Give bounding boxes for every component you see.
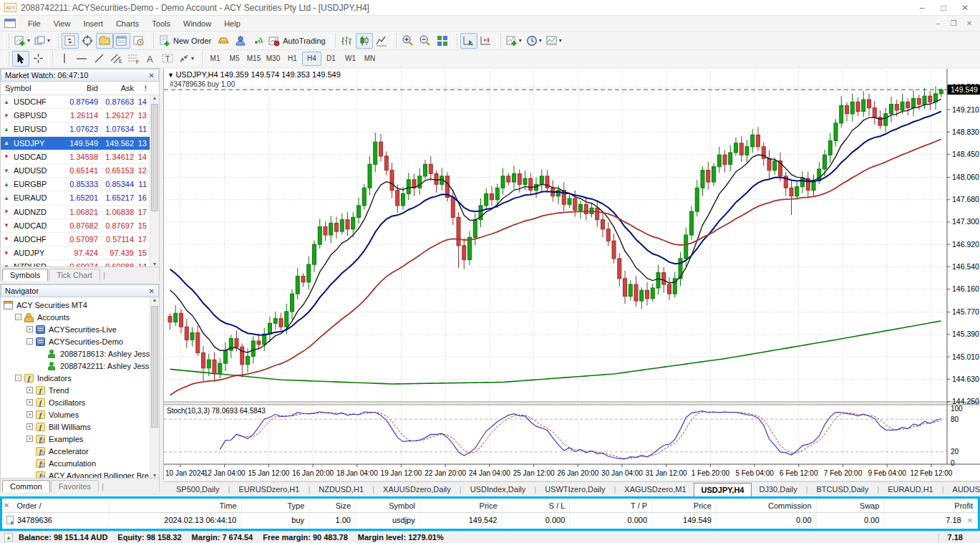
timeframe-W1[interactable]: W1 (341, 52, 360, 66)
fibonacci-icon[interactable]: F (125, 51, 142, 67)
line-chart-icon[interactable] (373, 33, 390, 49)
term-col-2[interactable]: Type (242, 499, 310, 512)
cursor-icon[interactable] (12, 51, 29, 67)
indicators-icon[interactable]: ▾ (504, 33, 524, 49)
collapse-icon[interactable]: - (26, 338, 33, 345)
term-col-5[interactable]: Price (420, 499, 503, 512)
chart-shift-icon[interactable] (477, 33, 495, 49)
chart-tab-xagusdzero-m1[interactable]: XAGUSDzero,M1 (617, 483, 693, 496)
deposit-icon[interactable] (215, 33, 232, 49)
autotrading-button[interactable]: AutoTrading (266, 33, 329, 49)
new-chart-button[interactable]: ▾ (12, 33, 32, 49)
tile-windows-icon[interactable] (434, 33, 451, 49)
mw-col-![interactable]: ! (137, 84, 149, 92)
text-label-icon[interactable]: T (159, 51, 176, 67)
menu-file[interactable]: File (21, 18, 47, 29)
term-col-7[interactable]: T / P (570, 499, 652, 512)
market-watch-row[interactable]: ▼AUDCAD0.876820.8769715 (1, 219, 159, 233)
zoom-out-icon[interactable] (417, 33, 434, 49)
market-watch-row[interactable]: ▲USDCHF0.876490.8766314 (1, 95, 159, 109)
navigator-toggle[interactable] (96, 33, 113, 49)
mw-col-bid[interactable]: Bid (64, 84, 101, 92)
chart-tab-btcusd-daily[interactable]: BTCUSD,Daily (810, 483, 876, 496)
order-close-icon[interactable]: ✕ (967, 516, 973, 524)
market-watch-row[interactable]: ▼AUDJPY97.42497.43915 (1, 246, 159, 260)
market-watch-row[interactable]: ▼NZDUSD0.600740.6008814 (1, 260, 159, 266)
data-window-button[interactable] (79, 33, 96, 49)
navigator-scrollbar[interactable]: ▲ ▼ (150, 297, 159, 478)
chart-tab-usdindex-daily[interactable]: USDIndex,Daily (463, 483, 533, 496)
chart-tab-audusd-h1[interactable]: AUDUSD,H1 (946, 483, 980, 496)
maximize-button[interactable]: □ (933, 1, 954, 14)
menu-insert[interactable]: Insert (77, 18, 110, 29)
new-order-button[interactable]: New Order (157, 33, 215, 49)
chart-tab-nzdusd-h1[interactable]: NZDUSD,H1 (311, 483, 371, 496)
trendline-icon[interactable] (90, 51, 107, 67)
navigator-item[interactable]: -fIndicators (1, 372, 159, 384)
navigator-item[interactable]: +fExamples (1, 433, 159, 445)
navigator-item[interactable]: -ACYSecurities-Demo (1, 335, 159, 347)
market-watch-scrollbar[interactable]: ▲ ▼ (150, 95, 159, 266)
term-col-11[interactable]: Profit (884, 499, 978, 512)
community-icon[interactable] (232, 33, 249, 49)
terminal-toggle[interactable] (113, 33, 130, 49)
navigator-item[interactable]: -Accounts (1, 311, 159, 323)
zoom-in-icon[interactable] (399, 33, 417, 49)
navigator-header[interactable]: Navigator ✕ (1, 284, 159, 297)
templates-icon[interactable]: ▾ (544, 33, 564, 49)
expand-icon[interactable]: + (26, 387, 33, 393)
market-watch-row[interactable]: ▼USDCAD1.345981.3461214 (1, 150, 159, 164)
strategy-tester-button[interactable] (130, 33, 147, 49)
navigator-item[interactable]: +ACYSecurities-Live (1, 323, 159, 335)
open-order-row[interactable]: 347896362024.02.13 06:44:10buy1.00usdjpy… (2, 513, 978, 527)
navigator-item[interactable]: fACY Advanced Bollinger Brе (1, 469, 159, 478)
close-button[interactable]: ✕ (954, 1, 976, 14)
navigator-item[interactable]: 2088742211: Ashley Jess (1, 360, 159, 372)
term-col-1[interactable]: Time (110, 499, 242, 512)
bar-chart-icon[interactable] (339, 33, 356, 49)
navigator-item[interactable]: +fBill Williams (1, 421, 159, 433)
term-col-4[interactable]: Symbol (356, 499, 420, 512)
navigator-item[interactable]: 2088718613: Ashley Jess (1, 347, 159, 360)
navigator-item[interactable]: +fOscillators (1, 396, 159, 408)
navigator-item[interactable]: fAccumulation (1, 457, 159, 469)
signals-icon[interactable] (249, 33, 266, 49)
menu-view[interactable]: View (47, 18, 77, 29)
minimize-button[interactable]: – (911, 1, 933, 14)
market-watch-row[interactable]: ▲USDJPY149.549149.56213 (1, 137, 159, 150)
horizontal-line-icon[interactable] (73, 51, 90, 67)
navigator-item[interactable]: fAccelerator (1, 445, 159, 457)
arrows-icon[interactable]: ▾ (176, 51, 196, 67)
expand-icon[interactable]: + (26, 326, 33, 332)
timeframe-MN[interactable]: MN (360, 52, 379, 66)
timeframe-M5[interactable]: M5 (225, 52, 244, 66)
profiles-button[interactable]: ▾ (32, 33, 52, 49)
timeframe-M30[interactable]: M30 (263, 52, 283, 66)
mw-tab-tick-chart[interactable]: Tick Chart (49, 269, 100, 281)
market-watch-row[interactable]: ▲EURGBP0.853330.8534411 (1, 178, 159, 191)
collapse-icon[interactable]: - (15, 314, 21, 320)
collapse-icon[interactable]: - (15, 375, 21, 381)
terminal-close-icon[interactable]: ✕ (2, 501, 12, 509)
market-watch-row[interactable]: ▼AUDNZD1.068211.0683817 (1, 206, 159, 219)
timeframe-M15[interactable]: M15 (244, 52, 263, 66)
vertical-line-icon[interactable] (56, 51, 73, 67)
menu-tools[interactable]: Tools (145, 18, 177, 29)
market-watch-close-icon[interactable]: ✕ (149, 72, 155, 80)
expand-icon[interactable]: + (26, 411, 33, 418)
timeframe-M1[interactable]: M1 (205, 52, 225, 66)
market-watch-row[interactable]: ▲EURUSD1.076231.0763411 (1, 122, 159, 136)
chart-window-icon[interactable] (4, 19, 16, 28)
chart-tab-eurusdzero-h1[interactable]: EURUSDzero,H1 (231, 483, 306, 496)
one-click-trading-caret-icon[interactable]: ▼ (168, 72, 175, 79)
term-col-10[interactable]: Swap (817, 499, 885, 512)
auto-scroll-icon[interactable] (460, 33, 477, 49)
term-col-3[interactable]: Size (309, 499, 356, 512)
chart-minimize-button[interactable]: – (930, 18, 946, 29)
chart-tab-usdjpy-h4[interactable]: USDJPY,H4 (694, 483, 752, 496)
market-watch-row[interactable]: ▲EURAUD1.652011.6521716 (1, 191, 159, 205)
nav-tab-favorites[interactable]: Favorites (51, 480, 99, 492)
mw-tab-symbols[interactable]: Symbols (2, 269, 48, 281)
navigator-item[interactable]: +fVolumes (1, 408, 159, 421)
text-icon[interactable]: A (142, 51, 159, 67)
